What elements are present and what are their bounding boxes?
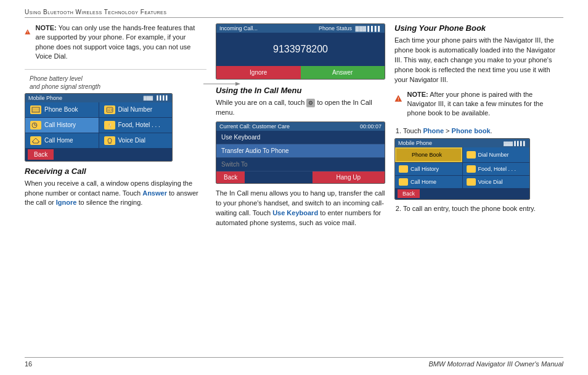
incoming-number: 9133978200 xyxy=(216,33,385,66)
callhistory-icon xyxy=(30,121,41,130)
phone-back-row-right: Back xyxy=(395,188,529,199)
voicedial-btn[interactable]: Voice Dial xyxy=(99,133,173,148)
incall-current-call: Current Call: Customer Care xyxy=(219,123,290,130)
receiving-body: When you receive a call, a window opens … xyxy=(25,179,206,208)
divider-1 xyxy=(25,69,206,70)
battery-label-area: Phone battery leveland phone signal stre… xyxy=(30,75,206,91)
use-keyboard-item[interactable]: Use Keyboard xyxy=(216,131,385,144)
phone-status-bars: ▓▓▓ ▌▌▌▌ xyxy=(356,26,382,31)
answer-link[interactable]: Answer xyxy=(142,189,167,197)
signal-bars: ▓▓▓ ▌▌▌▌ xyxy=(144,96,169,100)
back-btn-left[interactable]: Back xyxy=(28,149,54,160)
phone-ui-header-right: Mobile Phone ▓▓▓ ▌▌▌▌ xyxy=(395,139,529,147)
svg-point-14 xyxy=(108,138,112,143)
ignore-btn[interactable]: Ignore xyxy=(216,66,301,79)
phone-ui-title-right: Mobile Phone xyxy=(398,140,432,146)
note-text-1: NOTE: You can only use the hands-free fe… xyxy=(36,23,206,62)
phonebook-section-title: Using Your Phone Book xyxy=(394,23,563,33)
incoming-buttons: Ignore Answer xyxy=(216,66,385,79)
phone-ui-header-left: Mobile Phone ▓▓▓ ▌▌▌▌ xyxy=(25,94,172,102)
page-number: 16 xyxy=(25,360,32,368)
steps-list: Touch Phone > Phone book. xyxy=(394,126,563,136)
incoming-label: Incoming Call... xyxy=(219,25,258,31)
step-2: To call an entry, touch the phone book e… xyxy=(403,204,563,214)
phonebook-icon-right xyxy=(400,151,409,159)
phone-back-row-left: Back xyxy=(25,148,172,161)
svg-rect-4 xyxy=(32,107,39,112)
incall-section-title: Using the In Call Menu xyxy=(216,86,385,95)
signal-bars-right: ▓▓▓ ▌▌▌▌ xyxy=(504,141,526,146)
dialnumber-label-right: Dial Number xyxy=(478,152,509,158)
incall-hangup-btn[interactable]: Hang Up xyxy=(312,171,385,183)
warning-icon-2: ! xyxy=(394,90,402,107)
answer-btn[interactable]: Answer xyxy=(301,66,385,79)
incoming-header: Incoming Call... Phone Status ▓▓▓ ▌▌▌▌ xyxy=(216,24,385,33)
svg-text:!: ! xyxy=(398,96,399,101)
voicedial-btn-right[interactable]: Voice Dial xyxy=(463,176,530,188)
use-keyboard-link[interactable]: Use Keyboard xyxy=(272,209,318,216)
svg-text:123: 123 xyxy=(107,108,112,112)
main-content: ! NOTE: You can only use the hands-free … xyxy=(25,23,563,352)
phonebook-btn-right[interactable]: Phone Book xyxy=(395,147,462,162)
callhome-btn[interactable]: Call Home xyxy=(25,133,99,148)
voicedial-icon xyxy=(104,136,115,145)
note-text-2: NOTE: After your phone is paired with th… xyxy=(407,90,563,118)
phone-ui-right: Mobile Phone ▓▓▓ ▌▌▌▌ Phone Book Dial Nu… xyxy=(394,138,530,200)
svg-text:🍴: 🍴 xyxy=(107,123,112,128)
mid-column: Incoming Call... Phone Status ▓▓▓ ▌▌▌▌ 9… xyxy=(216,23,385,228)
bottom-rule xyxy=(25,357,563,358)
foodhotel-label-right: Food, Hotel . . . xyxy=(478,166,517,172)
receiving-title: Receiving a Call xyxy=(25,167,206,176)
back-btn-right[interactable]: Back xyxy=(398,189,420,198)
ignore-link[interactable]: Ignore xyxy=(56,199,77,206)
phonebook-btn[interactable]: Phone Book xyxy=(25,102,99,117)
callhistory-label: Call History xyxy=(44,122,76,128)
transfer-audio-item[interactable]: Transfer Audio To Phone xyxy=(216,144,385,158)
callhome-icon-right xyxy=(399,178,408,186)
phonebook-label: Phone Book xyxy=(44,106,78,113)
phonebook-label-right: Phone Book xyxy=(412,152,442,158)
phone-grid-right: Phone Book Dial Number Call History Food… xyxy=(395,147,529,188)
foodhotel-icon-right xyxy=(467,165,476,173)
dialnumber-btn-right[interactable]: Dial Number xyxy=(463,147,530,162)
foodhotel-btn[interactable]: 🍴 Food, Hotel . . . xyxy=(99,118,173,133)
incall-menu-ui: Current Call: Customer Care 00:00:07 Use… xyxy=(216,122,385,184)
foodhotel-label: Food, Hotel . . . xyxy=(118,122,160,128)
incall-footer: Back Hang Up xyxy=(216,171,385,183)
step-1: Touch Phone > Phone book. xyxy=(403,126,563,136)
phone-status-label: Phone Status ▓▓▓ ▌▌▌▌ xyxy=(319,25,382,31)
callhistory-btn[interactable]: Call History xyxy=(25,118,99,133)
dialnumber-icon-right xyxy=(467,151,476,159)
phone-ui-title-left: Mobile Phone xyxy=(28,95,62,101)
phone-link[interactable]: Phone xyxy=(423,127,444,134)
settings-icon-inline: ⚙ xyxy=(306,99,315,107)
incall-body-before: While you are on a call, touch xyxy=(216,99,306,106)
voicedial-icon-right xyxy=(467,178,476,186)
incall-back-btn[interactable]: Back xyxy=(216,171,245,183)
receiving-text-end: to silence the ringing. xyxy=(76,199,142,206)
foodhotel-btn-right[interactable]: Food, Hotel . . . xyxy=(463,163,530,175)
dialnumber-label: Dial Number xyxy=(118,106,153,113)
incall-section-body: While you are on a call, touch ⚙ to open… xyxy=(216,98,385,118)
steps-list-2: To call an entry, touch the phone book e… xyxy=(394,204,563,214)
note-box-1: ! NOTE: You can only use the hands-free … xyxy=(25,23,206,62)
callhistory-icon-right xyxy=(399,165,408,173)
note-label-2: NOTE: xyxy=(407,91,428,98)
callhome-btn-right[interactable]: Call Home xyxy=(395,176,462,188)
callhistory-btn-right[interactable]: Call History xyxy=(395,163,462,175)
voicedial-label-right: Voice Dial xyxy=(478,179,503,185)
warning-icon: ! xyxy=(25,23,31,41)
foodhotel-icon: 🍴 xyxy=(104,121,115,130)
phonebook-link[interactable]: Phone book xyxy=(452,127,491,134)
incoming-call-ui: Incoming Call... Phone Status ▓▓▓ ▌▌▌▌ 9… xyxy=(216,23,385,80)
right-column: Using Your Phone Book Each time your pho… xyxy=(394,23,563,216)
battery-indicator: ▓▓▓ xyxy=(144,96,153,100)
top-rule xyxy=(25,17,563,18)
incall-timer: 00:00:07 xyxy=(360,123,382,130)
phonebook-section-body: Each time your phone pairs with the Navi… xyxy=(394,36,563,85)
incall-body2: The In Call menu allows you to hang up, … xyxy=(216,189,385,228)
dialnumber-icon: 123 xyxy=(104,105,115,114)
battery-label: Phone battery leveland phone signal stre… xyxy=(30,75,206,91)
dialnumber-btn[interactable]: 123 Dial Number xyxy=(99,102,173,117)
switch-to-item[interactable]: Switch To xyxy=(216,158,385,171)
